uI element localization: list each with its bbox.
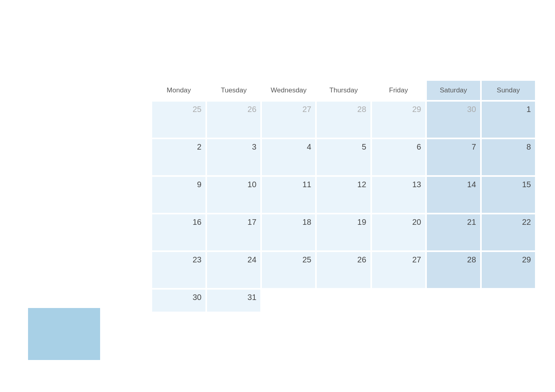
day-number: 27 [302, 105, 311, 114]
day-number: 21 [467, 218, 476, 227]
day-number: 16 [193, 218, 201, 227]
day-cell[interactable]: 23 [152, 252, 205, 288]
day-cell[interactable]: 27 [372, 252, 425, 288]
day-number: 26 [357, 255, 366, 264]
week-row: 16171819202122 [152, 214, 535, 250]
left-panel [20, 16, 152, 376]
day-cell[interactable]: 14 [427, 177, 480, 213]
day-cell[interactable]: 24 [207, 252, 260, 288]
day-cell[interactable]: 2 [152, 139, 205, 175]
calendar-grid: MondayTuesdayWednesdayThursdayFridaySatu… [152, 81, 535, 312]
day-cell[interactable]: 3 [207, 139, 260, 175]
day-number: 5 [362, 142, 366, 152]
day-cell[interactable]: 5 [317, 139, 370, 175]
day-number: 28 [467, 255, 476, 264]
day-cell[interactable]: 13 [372, 177, 425, 213]
day-cell[interactable]: 25 [152, 102, 205, 138]
day-number: 30 [467, 105, 476, 114]
day-number: 2 [197, 142, 201, 152]
day-cell[interactable]: 25 [262, 252, 315, 288]
day-cell[interactable]: 15 [482, 177, 535, 213]
day-number: 10 [247, 180, 256, 189]
day-cell[interactable]: 30 [152, 290, 205, 312]
day-cell[interactable]: 18 [262, 214, 315, 250]
day-cell[interactable]: 26 [207, 102, 260, 138]
header-cell: Monday [152, 81, 205, 100]
day-cell[interactable]: 20 [372, 214, 425, 250]
day-cell[interactable]: 29 [482, 252, 535, 288]
header-cell: Thursday [317, 81, 370, 100]
day-cell[interactable] [262, 290, 315, 312]
day-number: 22 [522, 218, 531, 227]
day-cell[interactable] [372, 290, 425, 312]
week-row: 2526272829301 [152, 102, 535, 138]
day-cell[interactable]: 7 [427, 139, 480, 175]
day-cell[interactable]: 21 [427, 214, 480, 250]
day-number: 31 [247, 293, 256, 302]
day-number: 19 [357, 218, 366, 227]
day-number: 12 [357, 180, 366, 189]
day-cell[interactable]: 28 [317, 102, 370, 138]
day-number: 18 [302, 218, 311, 227]
day-number: 29 [412, 105, 421, 114]
day-number: 1 [527, 105, 531, 114]
day-number: 3 [252, 142, 256, 152]
day-cell[interactable]: 26 [317, 252, 370, 288]
day-number: 9 [197, 180, 201, 189]
week-row: 23242526272829 [152, 252, 535, 288]
day-cell[interactable]: 19 [317, 214, 370, 250]
day-number: 24 [247, 255, 256, 264]
header-cell: Saturday [427, 81, 480, 100]
day-number: 25 [193, 105, 201, 114]
day-cell[interactable]: 22 [482, 214, 535, 250]
day-cell[interactable]: 8 [482, 139, 535, 175]
day-number: 6 [417, 142, 421, 152]
day-cell[interactable]: 4 [262, 139, 315, 175]
day-cell[interactable]: 11 [262, 177, 315, 213]
day-cell[interactable]: 29 [372, 102, 425, 138]
day-cell[interactable] [317, 290, 370, 312]
month-number-box [28, 308, 100, 360]
day-cell[interactable]: 12 [317, 177, 370, 213]
week-row: 3031 [152, 290, 535, 312]
day-number: 8 [527, 142, 531, 152]
day-number: 14 [467, 180, 476, 189]
day-number: 27 [412, 255, 421, 264]
week-row: 2345678 [152, 139, 535, 175]
day-cell[interactable]: 31 [207, 290, 260, 312]
header-cell: Wednesday [262, 81, 315, 100]
day-cell[interactable]: 17 [207, 214, 260, 250]
day-number: 17 [247, 218, 256, 227]
day-cell[interactable]: 16 [152, 214, 205, 250]
day-cell[interactable]: 9 [152, 177, 205, 213]
day-number: 20 [412, 218, 421, 227]
header-cell: Friday [372, 81, 425, 100]
day-cell[interactable]: 27 [262, 102, 315, 138]
day-number: 28 [357, 105, 366, 114]
week-row: 9101112131415 [152, 177, 535, 213]
day-number: 30 [193, 293, 201, 302]
header-cell: Sunday [482, 81, 535, 100]
calendar-body: 2526272829301234567891011121314151617181… [152, 102, 535, 312]
day-cell[interactable]: 6 [372, 139, 425, 175]
day-number: 29 [522, 255, 531, 264]
day-cell[interactable]: 1 [482, 102, 535, 138]
header-cell: Tuesday [207, 81, 260, 100]
day-number: 23 [193, 255, 201, 264]
day-cell[interactable]: 10 [207, 177, 260, 213]
day-cell[interactable]: 28 [427, 252, 480, 288]
day-cell[interactable]: 30 [427, 102, 480, 138]
day-number: 4 [307, 142, 311, 152]
day-number: 11 [302, 180, 311, 189]
day-number: 25 [302, 255, 311, 264]
calendar-page: MondayTuesdayWednesdayThursdayFridaySatu… [0, 0, 555, 392]
day-number: 13 [412, 180, 421, 189]
day-number: 7 [472, 142, 476, 152]
day-cell[interactable] [427, 290, 480, 312]
header-row: MondayTuesdayWednesdayThursdayFridaySatu… [152, 81, 535, 100]
day-number: 15 [522, 180, 531, 189]
day-number: 26 [247, 105, 256, 114]
day-cell[interactable] [482, 290, 535, 312]
